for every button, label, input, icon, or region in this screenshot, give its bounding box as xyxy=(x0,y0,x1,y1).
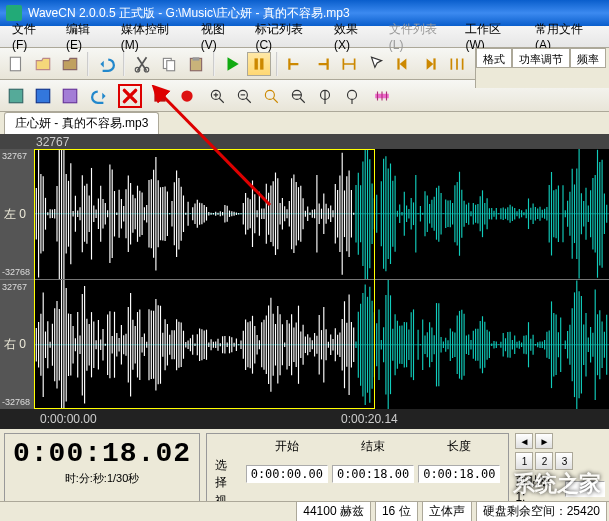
record-button[interactable] xyxy=(175,84,199,108)
waveform-view[interactable]: 32767 32767 左 0 -32768 32767 右 0 -32768 xyxy=(0,134,609,429)
file-tab-active[interactable]: 庄心妍 - 真的不容易.mp3 xyxy=(4,112,159,134)
marker-range-button[interactable] xyxy=(337,52,361,76)
undo-button[interactable] xyxy=(94,52,118,76)
tab-freq[interactable]: 频率 xyxy=(570,48,606,68)
status-stereo: 立体声 xyxy=(422,501,472,521)
properties-tabs: 格式 功率调节 频率 xyxy=(475,48,609,88)
sel-start-field[interactable]: 0:00:00.00 xyxy=(246,465,328,483)
goto-next-button[interactable] xyxy=(418,52,442,76)
page-buttons: 1 2 3 xyxy=(515,452,605,470)
channel-label-right: 32767 右 0 -32768 xyxy=(0,280,34,410)
menu-media[interactable]: 媒体控制(M) xyxy=(113,19,193,54)
svg-point-14 xyxy=(181,90,192,101)
channel-left: 32767 左 0 -32768 xyxy=(0,149,609,279)
status-bar: 44100 赫兹 16 位 立体声 硬盘剩余空间：25420 xyxy=(0,501,609,521)
time-ruler[interactable]: 0:00:00.00 0:00:20.14 xyxy=(0,409,609,429)
status-sample-rate: 44100 赫兹 xyxy=(296,501,371,521)
svg-point-17 xyxy=(265,90,274,99)
nav-buttons: ◄ ► xyxy=(515,433,605,449)
play-button[interactable] xyxy=(220,52,244,76)
watermark: 系统之家 xyxy=(513,469,601,499)
new-button[interactable] xyxy=(4,52,28,76)
svg-rect-8 xyxy=(260,58,263,69)
disk-b-button[interactable] xyxy=(31,84,55,108)
col-len: 长度 xyxy=(416,437,502,456)
status-bits: 16 位 xyxy=(375,501,418,521)
disk-c-button[interactable] xyxy=(58,84,82,108)
menu-filelist[interactable]: 文件列表(L) xyxy=(381,19,458,54)
tab-format[interactable]: 格式 xyxy=(476,48,512,68)
zoom-out-button[interactable] xyxy=(232,84,256,108)
save-button[interactable] xyxy=(58,52,82,76)
zoom-v-in-button[interactable] xyxy=(313,84,337,108)
marker-list-button[interactable] xyxy=(445,52,469,76)
marker-end-button[interactable] xyxy=(310,52,334,76)
file-tabs: 庄心妍 - 真的不容易.mp3 xyxy=(0,112,609,134)
sel-len-field[interactable]: 0:00:18.00 xyxy=(418,465,500,483)
goto-prev-button[interactable] xyxy=(391,52,415,76)
disk-a-button[interactable] xyxy=(4,84,28,108)
marker-start-button[interactable] xyxy=(283,52,307,76)
channel-right: 32767 右 0 -32768 xyxy=(0,279,609,410)
zoom-full-button[interactable] xyxy=(286,84,310,108)
zoom-sel-button[interactable] xyxy=(259,84,283,108)
menu-view[interactable]: 视图(V) xyxy=(193,19,248,54)
open-button[interactable] xyxy=(31,52,55,76)
sel-end-field[interactable]: 0:00:18.00 xyxy=(332,465,414,483)
nav-prev-button[interactable]: ◄ xyxy=(515,433,533,449)
cut-button[interactable] xyxy=(130,52,154,76)
menu-marklist[interactable]: 标记列表(C) xyxy=(247,19,326,54)
svg-rect-4 xyxy=(167,60,175,70)
nav-next-button[interactable]: ► xyxy=(535,433,553,449)
page-1-button[interactable]: 1 xyxy=(515,452,533,470)
zoom-in-button[interactable] xyxy=(205,84,229,108)
status-disk: 硬盘剩余空间：25420 xyxy=(476,501,607,521)
delete-button[interactable] xyxy=(118,84,142,108)
paste-button[interactable] xyxy=(184,52,208,76)
svg-point-20 xyxy=(348,90,357,99)
svg-rect-7 xyxy=(255,58,258,69)
svg-rect-13 xyxy=(154,90,165,101)
svg-rect-11 xyxy=(36,89,50,103)
menu-file[interactable]: 文件(F) xyxy=(4,19,58,54)
menu-effects[interactable]: 效果(X) xyxy=(326,19,381,54)
cursor-button[interactable] xyxy=(364,52,388,76)
svg-rect-6 xyxy=(193,57,200,60)
time-unit-label: 时:分:秒:1/30秒 xyxy=(13,471,191,486)
svg-rect-0 xyxy=(10,57,20,71)
waveform-right[interactable] xyxy=(34,280,609,410)
col-start: 开始 xyxy=(244,437,330,456)
channel-label-left: 32767 左 0 -32768 xyxy=(0,149,34,279)
copy-button[interactable] xyxy=(157,52,181,76)
page-2-button[interactable]: 2 xyxy=(535,452,553,470)
page-3-button[interactable]: 3 xyxy=(555,452,573,470)
svg-rect-10 xyxy=(9,89,23,103)
menu-edit[interactable]: 编辑(E) xyxy=(58,19,113,54)
amplitude-ruler: 32767 xyxy=(0,134,609,149)
svg-rect-12 xyxy=(63,89,77,103)
menu-bar: 文件(F) 编辑(E) 媒体控制(M) 视图(V) 标记列表(C) 效果(X) … xyxy=(0,26,609,48)
current-time: 0:00:18.02 xyxy=(13,438,191,469)
waveform-left[interactable] xyxy=(34,149,609,279)
settings-button[interactable] xyxy=(370,84,394,108)
tab-power[interactable]: 功率调节 xyxy=(512,48,570,68)
zoom-v-out-button[interactable] xyxy=(340,84,364,108)
stop-button[interactable] xyxy=(148,84,172,108)
col-end: 结束 xyxy=(330,437,416,456)
pause-button[interactable] xyxy=(247,52,271,76)
row-selection-label: 选择 xyxy=(213,456,244,492)
redo-button[interactable] xyxy=(88,84,112,108)
